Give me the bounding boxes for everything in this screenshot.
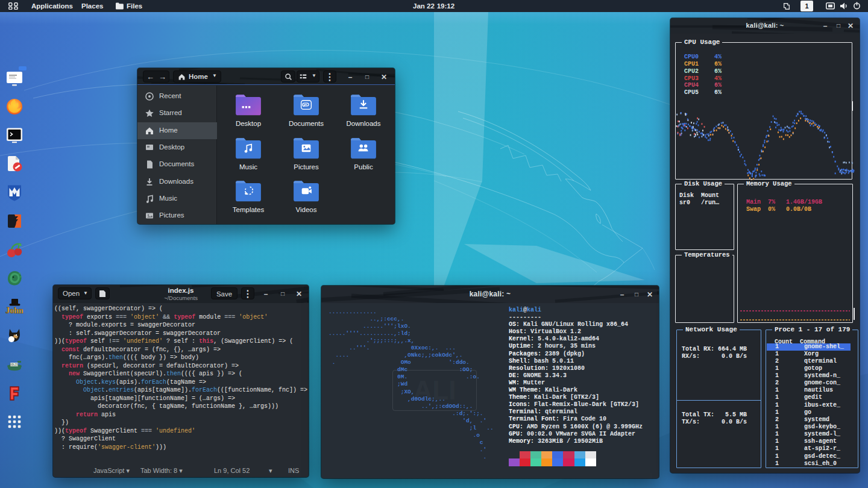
svg-text:John: John: [5, 306, 24, 315]
svg-text:GOLIS: GOLIS: [10, 363, 19, 366]
